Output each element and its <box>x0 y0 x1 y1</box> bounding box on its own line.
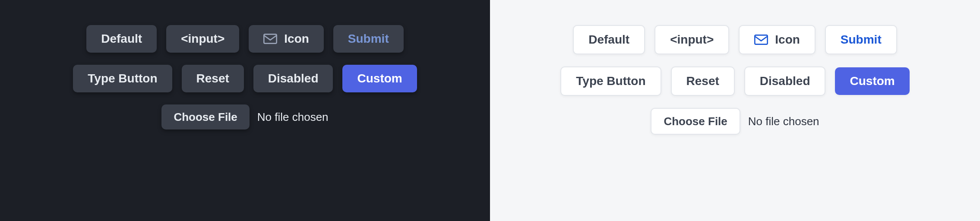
default-button[interactable]: Default <box>573 25 645 54</box>
disabled-button: Disabled <box>253 65 333 92</box>
button-row-1: Default <input> Icon Submit <box>86 25 403 53</box>
envelope-icon <box>263 33 277 44</box>
input-button[interactable]: <input> <box>654 25 729 54</box>
svg-rect-0 <box>264 34 277 43</box>
file-row: Choose File No file chosen <box>651 108 819 135</box>
reset-button[interactable]: Reset <box>671 66 735 96</box>
button-row-2: Type Button Reset Disabled Custom <box>73 65 417 92</box>
choose-file-button[interactable]: Choose File <box>651 108 740 135</box>
icon-button[interactable]: Icon <box>249 25 324 53</box>
default-button[interactable]: Default <box>86 25 157 53</box>
dark-theme-panel: Default <input> Icon Submit Type Button … <box>0 0 490 221</box>
custom-button[interactable]: Custom <box>342 65 417 92</box>
custom-button[interactable]: Custom <box>835 67 909 95</box>
disabled-button: Disabled <box>744 66 826 96</box>
file-status-text: No file chosen <box>257 110 329 124</box>
button-row-2: Type Button Reset Disabled Custom <box>560 66 909 96</box>
file-input[interactable]: Choose File No file chosen <box>161 104 328 129</box>
button-row-1: Default <input> Icon Submit <box>573 25 897 54</box>
submit-button[interactable]: Submit <box>825 25 897 54</box>
file-input[interactable]: Choose File No file chosen <box>651 108 819 135</box>
submit-button[interactable]: Submit <box>333 25 404 53</box>
envelope-icon <box>754 34 768 45</box>
light-theme-panel: Default <input> Icon Submit Type Button … <box>490 0 980 221</box>
input-button[interactable]: <input> <box>166 25 239 53</box>
reset-button[interactable]: Reset <box>182 65 244 92</box>
type-button[interactable]: Type Button <box>560 66 661 96</box>
file-row: Choose File No file chosen <box>161 104 328 129</box>
type-button[interactable]: Type Button <box>73 65 172 92</box>
icon-button-label: Icon <box>284 33 309 45</box>
icon-button[interactable]: Icon <box>739 25 816 54</box>
icon-button-label: Icon <box>775 34 800 46</box>
svg-rect-1 <box>755 35 768 44</box>
choose-file-button[interactable]: Choose File <box>161 104 249 129</box>
file-status-text: No file chosen <box>748 115 819 128</box>
